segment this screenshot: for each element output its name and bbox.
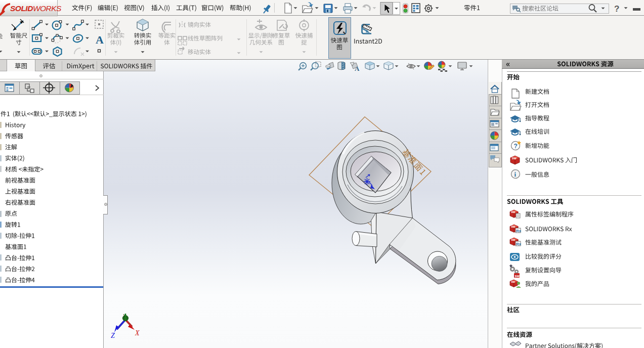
svg-text:SW: SW <box>511 211 516 213</box>
svg-text:?: ? <box>614 4 619 14</box>
svg-text:A: A <box>355 65 360 72</box>
svg-text:Rx: Rx <box>516 229 522 233</box>
svg-text:SW: SW <box>511 239 516 241</box>
svg-text:A: A <box>96 33 104 46</box>
svg-text:sw: sw <box>515 274 520 278</box>
svg-text:SW: SW <box>511 157 517 160</box>
svg-text:SW: SW <box>511 226 516 228</box>
svg-text:Rx: Rx <box>516 242 522 246</box>
svg-text:i: i <box>514 170 517 178</box>
svg-text:?: ? <box>514 143 518 150</box>
svg-text:Z: Z <box>111 332 115 339</box>
svg-text:X: X <box>135 329 140 337</box>
svg-text:SW: SW <box>511 281 516 283</box>
